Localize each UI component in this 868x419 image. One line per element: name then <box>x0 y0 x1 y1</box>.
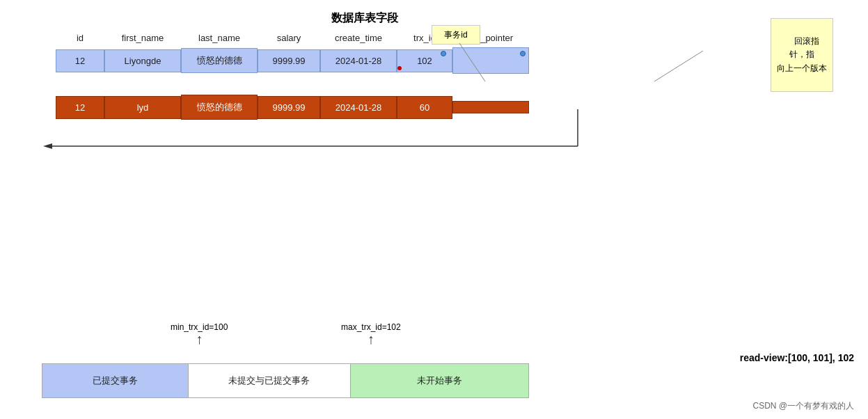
col-first-name: first_name <box>104 33 181 43</box>
cell-current-roll-pointer <box>452 47 529 74</box>
cell-current-last-name: 愤怒的德德 <box>181 48 258 73</box>
min-trx-label-group: min_trx_id=100 ↑ <box>171 322 228 346</box>
main-container: 数据库表字段 事务id 回滚指针，指 向上一个版本 id first_name … <box>0 0 868 419</box>
csdn-label: CSDN @一个有梦有戏的人 <box>752 400 854 412</box>
min-trx-arrow: ↑ <box>196 332 203 346</box>
segment-mixed: 未提交与已提交事务 <box>188 364 351 397</box>
row-undo: 12 lyd 愤怒的德德 9999.99 2024-01-28 60 <box>56 95 854 120</box>
max-trx-label: max_trx_id=102 <box>341 322 401 332</box>
bottom-arrow-labels: min_trx_id=100 ↑ max_trx_id=102 ↑ <box>42 322 640 361</box>
cell-undo-first-name: lyd <box>104 96 181 119</box>
readview-bar: 已提交事务 未提交与已提交事务 未开始事务 <box>42 363 529 398</box>
max-trx-arrow: ↑ <box>368 332 374 346</box>
cell-current-first-name: Liyongde <box>104 49 181 72</box>
arrow-left <box>43 143 52 149</box>
col-salary: salary <box>258 33 320 43</box>
segment-uncommitted: 未开始事务 <box>351 364 528 397</box>
max-trx-label-group: max_trx_id=102 ↑ <box>341 322 401 346</box>
min-trx-label: min_trx_id=100 <box>171 322 228 332</box>
col-create-time: create_time <box>320 33 397 43</box>
bottom-section: min_trx_id=100 ↑ max_trx_id=102 ↑ 已提交事务 … <box>42 322 640 398</box>
cell-current-salary: 9999.99 <box>258 49 320 72</box>
dot-red <box>397 66 402 70</box>
cell-undo-roll-pointer <box>452 101 529 113</box>
tooltip-trx-id: 事务id <box>432 25 480 45</box>
cell-undo-id: 12 <box>56 96 104 119</box>
readview-label: read-view:[100, 101], 102 <box>740 352 854 363</box>
cell-undo-trx-id: 60 <box>397 96 452 119</box>
cell-current-id: 12 <box>56 49 104 72</box>
segment-committed: 已提交事务 <box>42 364 188 397</box>
cell-undo-salary: 9999.99 <box>258 96 320 119</box>
cell-current-create-time: 2024-01-28 <box>320 49 397 72</box>
col-id: id <box>56 33 104 43</box>
dot-blue-2 <box>520 51 526 56</box>
row-current: 12 Liyongde 愤怒的德德 9999.99 2024-01-28 102 <box>56 47 854 74</box>
dot-blue-1 <box>441 51 446 56</box>
col-last-name: last_name <box>181 33 258 43</box>
cell-undo-create-time: 2024-01-28 <box>320 96 397 119</box>
cell-undo-last-name: 愤怒的德德 <box>181 95 258 120</box>
page-title: 数据库表字段 <box>0 11 854 26</box>
